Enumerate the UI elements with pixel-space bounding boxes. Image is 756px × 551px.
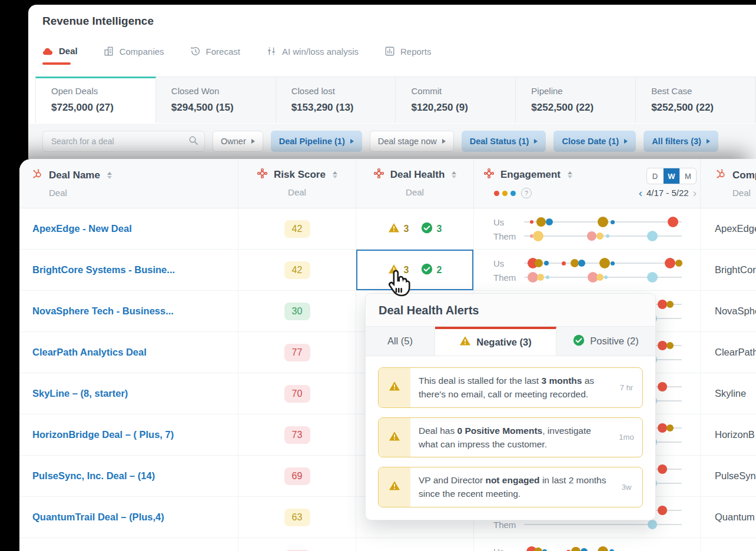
engagement-dot xyxy=(544,261,549,265)
chip-label: Close Date (1) xyxy=(562,137,619,146)
tab-forecast[interactable]: Forecast xyxy=(190,46,240,65)
deal-search[interactable] xyxy=(42,131,205,152)
summary-card-pipeline[interactable]: Pipeline$252,500 (22) xyxy=(516,77,636,123)
summary-card-commit[interactable]: Commit$120,250 (9) xyxy=(396,77,516,123)
positive-count: 3 xyxy=(437,224,442,234)
popup-tab-all-5-[interactable]: All (5) xyxy=(366,327,435,356)
column-title: Comp xyxy=(732,170,756,181)
engagement-dot xyxy=(658,464,667,474)
engagement-dot xyxy=(667,342,674,349)
filter-chip-owner[interactable]: Owner xyxy=(213,131,263,152)
deal-name-link[interactable]: ApexEdge - New Deal xyxy=(32,223,132,234)
deal-name-link[interactable]: NovaSphere Tech - Business... xyxy=(32,306,174,317)
summary-label: Open Deals xyxy=(51,86,155,96)
tab-companies[interactable]: Companies xyxy=(104,46,164,65)
engagement-dot xyxy=(658,423,667,433)
filter-chip-close-date-1-[interactable]: Close Date (1) xyxy=(553,131,636,152)
legend-dot xyxy=(494,191,499,196)
engagement-dot xyxy=(665,258,675,268)
engagement-dot xyxy=(611,220,615,224)
engagement-dot xyxy=(599,258,610,268)
deal-health-cell[interactable]: 33 xyxy=(356,208,474,249)
column-header-risk-score[interactable]: Risk Score Deal xyxy=(238,159,356,208)
deal-health-cell[interactable] xyxy=(356,538,474,551)
warning-icon xyxy=(388,223,400,235)
engagement-dot xyxy=(536,217,546,227)
tab-ai-win-loss[interactable]: AI win/loss analysis xyxy=(266,46,359,65)
deal-health-cell[interactable]: 32 xyxy=(356,250,474,290)
deal-icon xyxy=(42,47,54,56)
risk-score-cell: 63 xyxy=(238,497,356,537)
next-period-icon[interactable]: › xyxy=(693,187,697,198)
deal-name-link[interactable]: QuantumTrail Deal – (Plus,4) xyxy=(32,512,164,523)
summary-card-open-deals[interactable]: Open Deals$725,000 (27) xyxy=(35,77,156,123)
deal-name-link[interactable]: PulseSync, Inc. Deal – (14) xyxy=(32,470,155,482)
column-header-engagement[interactable]: Engagement ? DWM ‹ 4/17 - 5/22 › xyxy=(474,159,701,208)
tab-label: Companies xyxy=(120,47,164,57)
summary-cards: Open Deals$725,000 (27)Closed Won$294,50… xyxy=(35,77,756,123)
popup-tab-label: Positive (2) xyxy=(590,336,639,347)
sort-toggle[interactable] xyxy=(568,171,572,178)
filter-chip-deal-stage-now[interactable]: Deal stage now xyxy=(370,131,454,152)
toggle-w[interactable]: W xyxy=(664,168,680,184)
popup-tab-positive-2-[interactable]: Positive (2) xyxy=(556,327,655,356)
negative-alerts: 3 xyxy=(388,223,409,235)
negative-count: 3 xyxy=(404,224,409,234)
risk-score-pill: 77 xyxy=(284,344,310,361)
deal-name-link[interactable]: BrightCore Systems - Busine... xyxy=(32,264,175,276)
toggle-d[interactable]: D xyxy=(647,168,664,184)
table-header: Deal Name Deal Risk Score Deal Deal Heal… xyxy=(19,159,756,208)
negative-count: 3 xyxy=(404,265,409,276)
summary-value: $725,000 (27) xyxy=(51,102,155,114)
risk-score-cell: 73 xyxy=(238,414,356,455)
company-cell xyxy=(701,538,756,551)
sort-toggle[interactable] xyxy=(452,171,456,178)
check-icon xyxy=(421,263,433,277)
freddy-icon xyxy=(483,168,495,182)
chip-label: Deal Status (1) xyxy=(470,137,529,146)
summary-card-closed-won[interactable]: Closed Won$294,500 (15) xyxy=(156,77,276,123)
engagement-dot xyxy=(533,231,543,241)
engagement-dot xyxy=(598,217,608,227)
popup-alert-list: This deal is stalled for the last 3 mont… xyxy=(366,356,655,520)
column-header-deal-name[interactable]: Deal Name Deal xyxy=(19,159,238,208)
filter-chip-all-filters-3-[interactable]: All filters (3) xyxy=(644,131,718,152)
column-header-company[interactable]: Comp Deal xyxy=(701,159,756,208)
engagement-dot xyxy=(658,382,667,391)
column-title: Engagement xyxy=(500,169,561,181)
deal-name-cell: ApexEdge - New Deal xyxy=(19,208,238,249)
search-input[interactable] xyxy=(50,136,188,147)
help-icon[interactable]: ? xyxy=(521,188,532,198)
deal-name-cell: NovaSphere Tech - Business... xyxy=(19,291,238,331)
engagement-dot xyxy=(675,260,682,267)
deal-name-link[interactable]: HorizonBridge Deal – ( Plus, 7) xyxy=(32,429,174,440)
engagement-dot xyxy=(604,276,608,279)
column-header-deal-health[interactable]: Deal Health Deal xyxy=(356,159,474,208)
deal-name-link[interactable]: SkyLine – (8, starter) xyxy=(32,388,128,399)
engagement-timeline xyxy=(524,235,682,237)
engagement-us-label: Us xyxy=(493,547,524,551)
filter-chip-deal-status-1-[interactable]: Deal Status (1) xyxy=(462,131,546,152)
prev-period-icon[interactable]: ‹ xyxy=(639,187,642,198)
summary-card-best-case[interactable]: Best Case$252,500 (22) xyxy=(636,77,756,123)
engagement-dot xyxy=(658,341,667,350)
chevron-right-icon xyxy=(624,139,628,144)
tab-reports[interactable]: Reports xyxy=(384,46,432,65)
filter-chip-deal-pipeline-1-[interactable]: Deal Pipeline (1) xyxy=(271,131,362,152)
tab-deal[interactable]: Deal xyxy=(42,46,78,65)
summary-card-closed-lost[interactable]: Closed lost$153,290 (13) xyxy=(276,77,396,123)
positive-alerts: 3 xyxy=(421,222,442,236)
deal-name-link[interactable]: ClearPath Analytics Deal xyxy=(32,347,147,358)
risk-score-cell xyxy=(238,538,356,551)
engagement-dot xyxy=(562,261,566,265)
risk-score-pill: 42 xyxy=(284,261,310,279)
sort-toggle[interactable] xyxy=(107,172,112,179)
popup-tab-negative-3-[interactable]: Negative (3) xyxy=(435,327,556,356)
alert-text: Deal has 0 Positive Moments, investigate… xyxy=(410,418,611,457)
alert-stripe xyxy=(379,368,410,407)
reports-icon xyxy=(384,46,395,57)
sort-toggle[interactable] xyxy=(333,171,337,178)
warning-icon xyxy=(389,431,400,444)
summary-value: $252,500 (22) xyxy=(531,102,635,114)
toggle-m[interactable]: M xyxy=(680,168,696,184)
